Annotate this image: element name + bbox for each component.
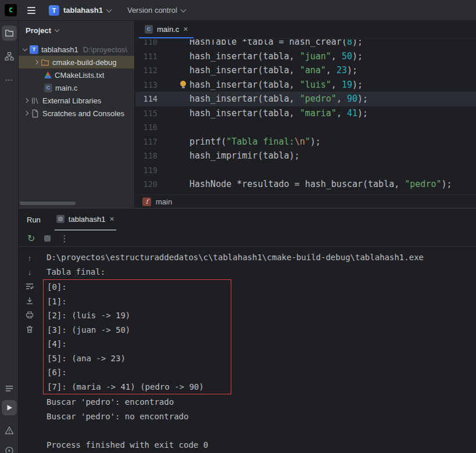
console-line: [1]: [47,294,231,309]
line-number[interactable]: 110 [135,39,158,49]
code-line[interactable]: 110HashTable *tabla = hash_crear(8); [135,39,476,49]
tree-item-main-c[interactable]: C main.c [19,81,134,94]
breadcrumb-item[interactable]: main [156,197,172,206]
code-line[interactable]: 113hash_insertar(tabla, "luis", 19); [135,78,476,92]
list-icon [5,384,14,393]
run-panel-body: ↑ ↓ D:\proyectos\estructuraddedatos\c\ta… [19,247,476,453]
project-root-icon: T [30,45,38,54]
project-tool-icon[interactable] [2,26,17,41]
line-number[interactable]: 119 [135,163,158,178]
line-number[interactable]: 112 [135,63,158,78]
gutter-icon-area [158,120,189,135]
console-line: [0]: [47,280,231,294]
code-line[interactable]: 116 [135,120,476,135]
run-console[interactable]: D:\proyectos\estructuraddedatos\c\tablah… [41,247,476,453]
line-number[interactable]: 116 [135,120,158,135]
tree-item-label: tablahash1 [41,45,78,54]
gutter-icon-area [158,49,189,64]
line-number[interactable]: 111 [135,49,158,64]
chevron-down-icon [55,27,59,31]
soft-wrap-icon[interactable] [25,282,34,291]
clear-console-icon[interactable] [25,325,34,334]
services-tool-icon[interactable] [2,443,17,453]
c-file-icon: C [145,25,153,34]
editor-code-lines[interactable]: 110HashTable *tabla = hash_crear(8);111h… [135,39,476,195]
code-text: hash_insertar(tabla, "maria", 41); [189,106,368,121]
clion-logo-icon[interactable]: C [5,4,17,16]
console-line: Buscar 'pedro': no encontrado [46,409,476,424]
version-control-selector[interactable]: Version control [123,3,189,17]
more-options-icon[interactable]: ⋮ [60,234,69,243]
tree-item-path-hint: D:\proyectos\ [83,45,128,54]
tab-main-c[interactable]: C main.c × [139,21,194,38]
line-number[interactable]: 117 [135,135,158,149]
run-panel-title: Run [27,208,41,231]
run-tab-tablahash1[interactable]: tablahash1 × [55,208,116,231]
chevron-down-icon[interactable] [23,46,27,51]
intention-bulb-icon[interactable] [180,81,186,87]
tree-item-cmakelists[interactable]: CMakeLists.txt [19,69,134,81]
horizontal-scrollbar[interactable] [20,202,76,205]
gutter-icon-area [158,63,189,78]
gutter-icon-area [158,135,189,149]
gutter-icon-area [158,149,189,163]
tree-item-scratches[interactable]: Scratches and Consoles [19,107,134,120]
more-tool-windows-icon[interactable]: ⋯ [2,72,17,87]
console-line: [7]: (maria -> 41) (pedro -> 90) [47,380,231,394]
cmake-icon [44,71,52,78]
chevron-down-icon [106,6,112,12]
rerun-icon[interactable]: ↻ [27,234,35,243]
chevron-right-icon[interactable] [24,98,28,103]
project-panel-title: Project [26,26,51,35]
tree-item-external-libraries[interactable]: External Libraries [19,94,134,107]
code-line[interactable]: 117printf("Tabla final:\n"); [135,135,476,149]
console-boxed: [0]:[1]:[2]: (luis -> 19)[3]: (juan -> 5… [47,280,231,394]
project-panel-header[interactable]: Project [19,21,134,39]
code-line[interactable]: 111hash_insertar(tabla, "juan", 50); [135,49,476,64]
code-line[interactable]: 112hash_insertar(tabla, "ana", 23); [135,63,476,78]
project-tree: T tablahash1 D:\proyectos\ cmake-build-d… [19,39,134,120]
run-panel-header: Run tablahash1 × [19,208,476,231]
chevron-right-icon[interactable] [24,111,28,116]
structure-tool-icon[interactable] [2,49,17,64]
line-number[interactable]: 113 [135,78,158,92]
run-config-icon [56,215,65,223]
console-pre: D:\proyectos\estructuraddedatos\c\tablah… [46,250,476,279]
jump-down-icon[interactable]: ↓ [25,268,34,277]
code-line[interactable]: 115hash_insertar(tabla, "maria", 41); [135,106,476,121]
todo-tool-icon[interactable] [2,381,17,396]
chevron-right-icon[interactable] [34,60,38,64]
code-line[interactable]: 120HashNode *resultado = hash_buscar(tab… [135,177,476,192]
project-selector[interactable]: T tablahash1 [45,3,115,18]
scroll-to-end-icon[interactable] [25,296,34,305]
close-icon[interactable]: × [109,215,114,223]
code-line[interactable]: 118hash_imprimir(tabla); [135,149,476,163]
run-tool-icon[interactable] [2,400,17,415]
tree-item-root[interactable]: T tablahash1 D:\proyectos\ [19,43,134,56]
code-text: hash_insertar(tabla, "luis", 19); [189,78,363,92]
stop-icon[interactable] [44,235,51,242]
code-text: printf("Tabla final:\n"); [189,135,321,149]
line-number[interactable]: 118 [135,149,158,163]
print-icon[interactable] [25,310,34,319]
more-horizontal-icon: ⋯ [5,75,14,84]
main-menu-icon[interactable] [25,5,38,16]
code-text: hash_insertar(tabla, "pedro", 90); [189,92,368,106]
line-number[interactable]: 114 [135,92,158,106]
code-line[interactable]: 114hash_insertar(tabla, "pedro", 90); [135,92,476,106]
function-icon: f [142,197,151,206]
line-number[interactable]: 120 [135,177,158,192]
problems-tool-icon[interactable] [2,423,17,438]
editor-tab-bar: C main.c × [135,21,476,39]
folder-icon [5,28,14,38]
code-text: HashTable *tabla = hash_crear(8); [189,39,363,49]
run-tool-window: Run tablahash1 × ↻ ⋮ ↑ ↓ [19,208,476,453]
code-line[interactable]: 119 [135,163,476,178]
line-number[interactable]: 115 [135,106,158,121]
jump-up-icon[interactable]: ↑ [25,253,34,263]
tree-item-cmake-build-debug[interactable]: cmake-build-debug [19,56,134,69]
c-file-icon: C [44,84,52,92]
services-icon [5,446,14,453]
annotation-box: [0]:[1]:[2]: (luis -> 19)[3]: (juan -> 5… [43,279,231,394]
close-icon[interactable]: × [183,25,188,33]
